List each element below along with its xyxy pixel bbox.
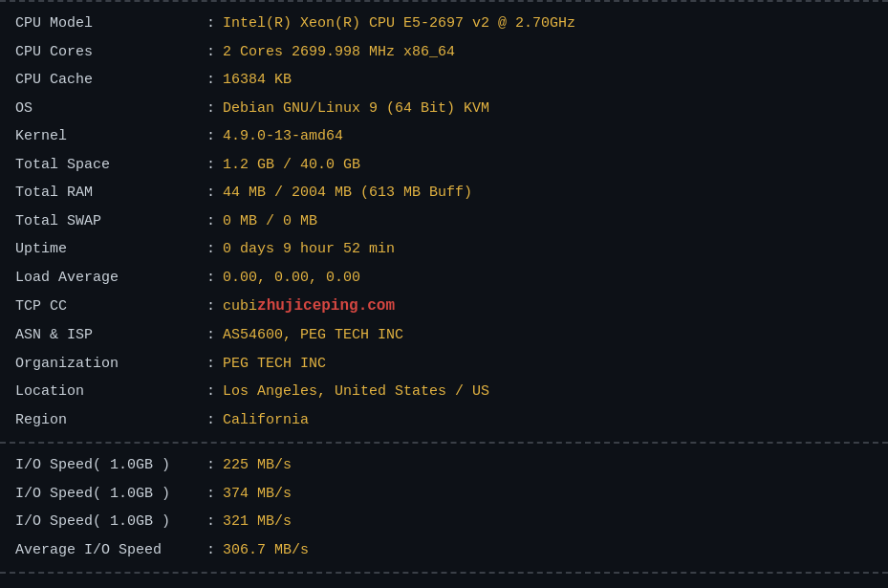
colon: : [206,453,215,478]
cpu-model-label: CPU Model [15,11,206,36]
colon: : [206,11,215,36]
table-row: Total Space : 1.2 GB / 40.0 GB [15,151,873,180]
table-row: Kernel : 4.9.0-13-amd64 [15,122,873,151]
system-info-section: CPU Model : Intel(R) Xeon(R) CPU E5-2697… [0,2,888,442]
bottom-divider [0,572,888,574]
io-speed-1-value: 225 MB/s [223,453,292,478]
io-speed-3-value: 321 MB/s [223,510,292,534]
table-row: OS : Debian GNU/Linux 9 (64 Bit) KVM [15,95,873,123]
table-row: I/O Speed( 1.0GB ) : 321 MB/s [15,508,873,536]
location-label: Location [15,380,206,404]
os-value: Debian GNU/Linux 9 (64 Bit) KVM [223,97,489,121]
table-row: Total RAM : 44 MB / 2004 MB (613 MB Buff… [15,179,873,207]
cpu-cores-value: 2 Cores 2699.998 MHz x86_64 [223,40,455,65]
colon: : [206,209,215,234]
colon: : [206,40,215,65]
io-speed-1-label: I/O Speed( 1.0GB ) [15,453,206,478]
organization-label: Organization [15,352,206,377]
location-value: Los Angeles, United States / US [223,380,489,404]
table-row: Region : California [15,406,873,435]
io-speed-2-value: 374 MB/s [223,482,292,507]
cpu-cache-label: CPU Cache [15,68,206,93]
load-average-value: 0.00, 0.00, 0.00 [223,266,360,291]
load-average-label: Load Average [15,266,206,291]
tcp-cc-label: TCP CC [15,294,206,319]
table-row: Average I/O Speed : 306.7 MB/s [15,536,873,565]
colon: : [206,124,215,149]
colon: : [206,482,215,507]
colon: : [206,68,215,93]
colon: : [206,97,215,121]
cpu-cache-value: 16384 KB [223,68,292,93]
colon: : [206,237,215,262]
table-row: I/O Speed( 1.0GB ) : 225 MB/s [15,451,873,480]
uptime-value: 0 days 9 hour 52 min [223,237,395,262]
colon: : [206,408,215,433]
total-swap-label: Total SWAP [15,209,206,234]
avg-io-speed-value: 306.7 MB/s [223,538,309,563]
table-row: CPU Cores : 2 Cores 2699.998 MHz x86_64 [15,38,873,67]
asn-isp-label: ASN & ISP [15,323,206,348]
colon: : [206,323,215,348]
avg-io-speed-label: Average I/O Speed [15,538,206,563]
io-section: I/O Speed( 1.0GB ) : 225 MB/s I/O Speed(… [0,444,888,572]
tcp-cc-value-container: cubizhujiceping.com [223,294,395,319]
os-label: OS [15,97,206,121]
terminal-window: CPU Model : Intel(R) Xeon(R) CPU E5-2697… [0,0,888,588]
organization-value: PEG TECH INC [223,352,326,377]
table-row: Organization : PEG TECH INC [15,350,873,379]
table-row: CPU Cache : 16384 KB [15,66,873,95]
io-speed-2-label: I/O Speed( 1.0GB ) [15,482,206,507]
kernel-label: Kernel [15,124,206,149]
table-row: TCP CC : cubizhujiceping.com [15,292,873,321]
region-label: Region [15,408,206,433]
colon: : [206,153,215,178]
colon: : [206,266,215,291]
table-row: I/O Speed( 1.0GB ) : 374 MB/s [15,480,873,509]
colon: : [206,380,215,404]
tcp-cc-value: cubi [223,294,257,319]
total-ram-value: 44 MB / 2004 MB (613 MB Buff) [223,181,472,206]
colon: : [206,538,215,563]
colon: : [206,352,215,377]
total-space-label: Total Space [15,153,206,178]
total-ram-label: Total RAM [15,181,206,206]
region-value: California [223,408,309,433]
table-row: Load Average : 0.00, 0.00, 0.00 [15,264,873,293]
table-row: Total SWAP : 0 MB / 0 MB [15,207,873,236]
table-row: ASN & ISP : AS54600, PEG TECH INC [15,321,873,350]
colon: : [206,294,215,319]
table-row: Location : Los Angeles, United States / … [15,378,873,406]
asn-isp-value: AS54600, PEG TECH INC [223,323,403,348]
table-row: CPU Model : Intel(R) Xeon(R) CPU E5-2697… [15,10,873,38]
io-speed-3-label: I/O Speed( 1.0GB ) [15,510,206,534]
uptime-label: Uptime [15,237,206,262]
cpu-cores-label: CPU Cores [15,40,206,65]
cpu-model-value: Intel(R) Xeon(R) CPU E5-2697 v2 @ 2.70GH… [223,11,575,36]
total-space-value: 1.2 GB / 40.0 GB [223,153,360,178]
total-swap-value: 0 MB / 0 MB [223,209,317,234]
colon: : [206,181,215,206]
kernel-value: 4.9.0-13-amd64 [223,124,343,149]
table-row: Uptime : 0 days 9 hour 52 min [15,235,873,264]
watermark: zhujiceping.com [257,294,395,319]
colon: : [206,510,215,534]
